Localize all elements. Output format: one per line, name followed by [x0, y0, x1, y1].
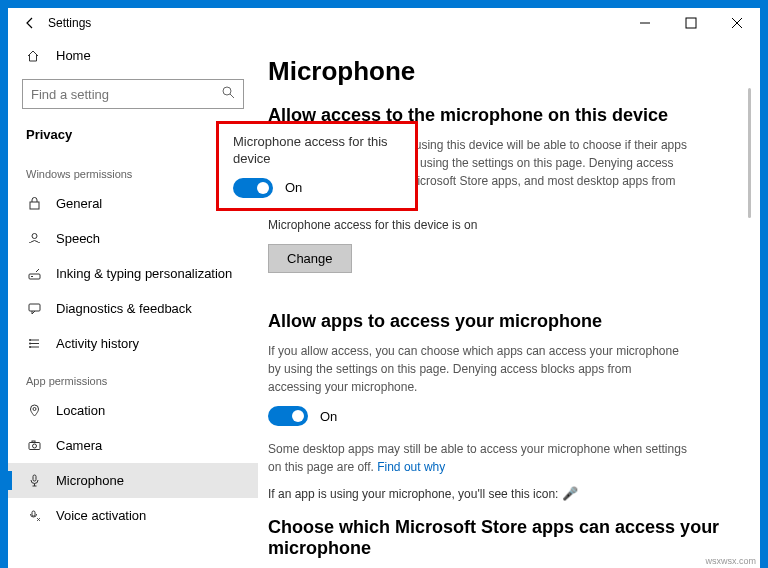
sidebar-item-voice-activation[interactable]: Voice activation — [8, 498, 258, 533]
sidebar-item-label: Inking & typing personalization — [56, 266, 232, 281]
camera-icon — [26, 439, 42, 452]
svg-point-7 — [32, 234, 37, 239]
mic-in-use-note: If an app is using your microphone, you'… — [268, 486, 720, 501]
search-icon — [222, 85, 235, 103]
voice-icon — [26, 509, 42, 522]
speech-icon — [26, 232, 42, 245]
page-title: Microphone — [268, 56, 720, 87]
sidebar-item-label: Camera — [56, 438, 102, 453]
sidebar-item-diagnostics[interactable]: Diagnostics & feedback — [8, 291, 258, 326]
home-button[interactable]: Home — [8, 38, 258, 73]
watermark: wsxwsx.com — [705, 556, 756, 566]
microphone-icon — [26, 474, 42, 487]
find-out-why-link[interactable]: Find out why — [377, 460, 445, 474]
svg-point-15 — [29, 343, 31, 345]
sidebar-item-label: Activity history — [56, 336, 139, 351]
callout-title: Microphone access for this device — [233, 134, 401, 168]
svg-rect-20 — [32, 441, 35, 443]
svg-point-17 — [33, 408, 36, 411]
svg-rect-6 — [30, 202, 39, 209]
sidebar-item-activity[interactable]: Activity history — [8, 326, 258, 361]
sidebar-item-inking[interactable]: Inking & typing personalization — [8, 256, 258, 291]
sidebar-item-label: Location — [56, 403, 105, 418]
microphone-indicator-icon: 🎤 — [562, 486, 578, 501]
section-body: If you allow access, you can choose whic… — [268, 342, 688, 396]
svg-point-16 — [29, 346, 31, 348]
group-app-permissions: App permissions — [8, 361, 258, 393]
content-area: Microphone Allow access to the microphon… — [258, 38, 760, 568]
sidebar: Home Privacy Windows permissions General… — [8, 38, 258, 568]
svg-point-14 — [29, 339, 31, 341]
sidebar-item-location[interactable]: Location — [8, 393, 258, 428]
svg-point-19 — [32, 444, 36, 448]
toggle-label: On — [320, 409, 337, 424]
window-title: Settings — [48, 16, 91, 30]
section-heading-app-access: Allow apps to access your microphone — [268, 311, 720, 332]
svg-rect-22 — [32, 511, 35, 516]
svg-rect-1 — [686, 18, 696, 28]
activity-icon — [26, 337, 42, 350]
sidebar-item-label: Voice activation — [56, 508, 146, 523]
svg-rect-8 — [29, 274, 40, 279]
apps-access-toggle[interactable] — [268, 406, 308, 426]
inking-icon — [26, 267, 42, 280]
sidebar-item-microphone[interactable]: Microphone — [8, 463, 258, 498]
sidebar-item-speech[interactable]: Speech — [8, 221, 258, 256]
maximize-button[interactable] — [668, 8, 714, 38]
section-heading-store-apps: Choose which Microsoft Store apps can ac… — [268, 517, 720, 559]
home-icon — [26, 49, 42, 63]
sidebar-item-label: Diagnostics & feedback — [56, 301, 192, 316]
feedback-icon — [26, 302, 42, 315]
desktop-apps-note: Some desktop apps may still be able to a… — [268, 440, 688, 476]
minimize-button[interactable] — [622, 8, 668, 38]
titlebar: Settings — [8, 8, 760, 38]
svg-line-5 — [230, 94, 234, 98]
sidebar-item-label: Microphone — [56, 473, 124, 488]
highlight-callout: Microphone access for this device On — [216, 121, 418, 211]
settings-window: Settings Home Privacy Windows permission… — [8, 8, 760, 568]
sidebar-item-label: General — [56, 196, 102, 211]
sidebar-item-camera[interactable]: Camera — [8, 428, 258, 463]
toggle-label: On — [285, 180, 302, 195]
close-button[interactable] — [714, 8, 760, 38]
scrollbar[interactable] — [748, 88, 751, 218]
change-button[interactable]: Change — [268, 244, 352, 273]
search-input-container[interactable] — [22, 79, 244, 109]
search-input[interactable] — [31, 87, 222, 102]
device-access-status: Microphone access for this device is on — [268, 218, 720, 232]
back-button[interactable] — [14, 8, 46, 38]
location-icon — [26, 404, 42, 417]
sidebar-item-label: Speech — [56, 231, 100, 246]
svg-rect-21 — [33, 475, 36, 481]
home-label: Home — [56, 48, 91, 63]
device-access-toggle[interactable] — [233, 178, 273, 198]
lock-icon — [26, 197, 42, 210]
svg-rect-10 — [29, 304, 40, 311]
svg-point-4 — [223, 87, 231, 95]
